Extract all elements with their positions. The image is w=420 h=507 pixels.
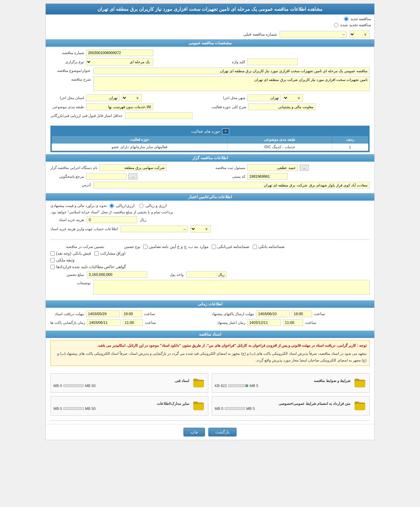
separator-1 (50, 239, 370, 240)
file-name: سایر مدارک/اطلاعات (53, 402, 189, 406)
doc-send-time-row: ساعت مهلت ارسال پاکتهای پیشنهاد (212, 310, 325, 317)
responsible-input[interactable] (247, 164, 298, 171)
guarantee-certificate[interactable]: گواهی خالص مطالبات تایید شده فراردادها (50, 264, 126, 269)
notes-textarea[interactable] (93, 280, 370, 295)
reference-input[interactable] (86, 173, 126, 180)
type-select[interactable]: یک مرحله ای (86, 58, 153, 66)
prev-tender-input[interactable] (280, 31, 347, 38)
activity-table-header: + حوزه های فعالیت (52, 127, 368, 136)
doc-receipt-date-input[interactable] (86, 310, 120, 317)
address-label: آدرس (50, 182, 91, 187)
new-tender-radio[interactable] (344, 17, 348, 21)
account-dropdown[interactable]: v (191, 225, 211, 233)
opening-col: ساعت زمان بازگشایی باکت ها (50, 319, 208, 326)
activity-table: ردیف طبقه بندی موضوعی حوزه فعالیت 1 خدما… (52, 136, 368, 151)
doc-send-time-input[interactable] (292, 310, 312, 317)
guarantee-certificate-check[interactable] (50, 265, 55, 269)
notice-box: توجه : کاربر گرامی، دریافت اسناد در مهلت… (50, 340, 370, 366)
guarantee-other[interactable]: موارد بند ب، ج و خ آیین نامه تضامین (143, 244, 208, 249)
description-label: شرح مناقصه (50, 76, 91, 82)
min-score-label: حداقل امتیاز قابل قبول فنی ارزیابی فنی/ب… (50, 114, 123, 118)
activity-desc-col: شرح کلی حوزه فعالیت (212, 103, 370, 110)
validity-col: ساعت زمان اعتبار پیشنهاد (212, 319, 370, 326)
activity-desc-input[interactable] (248, 103, 316, 110)
renewed-tender-radio[interactable] (334, 23, 338, 27)
guarantee-participation-label: تضمین شرکت در مناقصه: (50, 245, 104, 249)
opening-date-input[interactable] (87, 319, 121, 326)
file-item: اسناد فنی 50 MB 0 MB (50, 373, 208, 393)
back-button[interactable]: بازگشت (208, 428, 237, 436)
doc-send-date-input[interactable] (256, 310, 290, 317)
estimate-rial-radio[interactable] (110, 204, 114, 208)
city-input[interactable] (247, 94, 281, 101)
type-keyword-row: کلید واژه یک مرحله ای نوع برگزاری (50, 58, 370, 66)
notice-red: توجه : کاربر گرامی، دریافت اسناد در مهلت… (53, 342, 367, 349)
guarantee-checkboxes3: وثیقه ملکی (50, 258, 75, 262)
keyword-input[interactable] (247, 58, 298, 65)
title-input[interactable] (93, 68, 370, 74)
address-input[interactable] (93, 182, 370, 188)
guarantee-nonbank-check[interactable] (212, 245, 216, 249)
opening-time-input[interactable] (123, 319, 143, 326)
guarantee-bank[interactable]: ضمانتنامه بانکی (253, 244, 285, 249)
postal-input[interactable] (247, 173, 288, 180)
postal-label: کد پستی (212, 174, 245, 179)
time-header: اطلاعات زمانی (46, 300, 374, 308)
guarantee-type-row: ضمانتنامه بانکی ضمانتنامه غیربانکی موارد… (50, 244, 370, 249)
file-info: اسناد فنی 50 MB 0 MB (53, 379, 189, 388)
reference-dots-button[interactable]: ... (128, 173, 137, 179)
purchase-cost-input[interactable] (87, 216, 137, 223)
print-button[interactable]: چاپ (183, 428, 205, 436)
city-dropdown[interactable]: v (283, 94, 303, 101)
progress-bar-fill (246, 385, 248, 387)
guarantee-property-check[interactable] (50, 258, 55, 262)
province-label: استان محل اجرا (50, 96, 84, 100)
file-name: متن قرارداد به انضمام شرایط عمومی/خصوصی (215, 402, 350, 406)
prev-tender-row: v شماره مناقصه قبلی (46, 29, 374, 39)
guarantee-cash-check[interactable] (50, 251, 55, 256)
city-label: شهر محل اجرا (212, 96, 245, 100)
validity-time-row: ساعت زمان اعتبار پیشنهاد (212, 319, 316, 326)
estimate-foreign-option[interactable]: ارزی و ریالی (139, 203, 167, 208)
validity-time-input[interactable] (283, 319, 303, 326)
amount-input[interactable] (87, 271, 147, 278)
responsible-dots-button[interactable]: ... (300, 165, 309, 171)
renewed-tender-label: مناقصه تجدید شده (340, 23, 371, 27)
guarantee-other-check[interactable] (143, 245, 148, 249)
guarantee-partnership[interactable]: اوراق مشارکت (94, 251, 125, 256)
org-name-input[interactable] (99, 164, 167, 171)
financial-section: ارزی و ریالی ارزی/ریالی نحوه ی برآورد ما… (46, 201, 374, 237)
doc-receipt-time-label: ساعت (144, 311, 155, 316)
guarantee-nonbank[interactable]: ضمانتنامه غیربانکی (212, 244, 249, 249)
estimate-foreign-radio[interactable] (139, 204, 143, 208)
guarantee-cash[interactable]: فیش بانکی (وجه نقد) (50, 251, 91, 256)
file-name: شرایط و ضوابط مناقصه (215, 379, 350, 383)
province-col: v استان محل اجرا (50, 94, 208, 101)
description-textarea[interactable]: تامین تجهیزات سخت افزاری مورد نیاز کاربر… (93, 76, 370, 91)
guarantee-partnership-check[interactable] (94, 251, 99, 256)
notes-label: توضیحات (50, 280, 91, 285)
validity-date-input[interactable] (247, 319, 281, 326)
renewed-tender-option[interactable]: مناقصه تجدید شده (49, 23, 371, 27)
file-grid: شرایط و ضوابط مناقصه 5 MB 622 KB اسناد ف… (50, 373, 370, 416)
validity-time-label: ساعت (305, 320, 316, 325)
guarantee-bank-check[interactable] (253, 245, 257, 249)
validity-label: زمان اعتبار پیشنهاد (212, 321, 245, 325)
new-tender-option[interactable]: مناقصه جدید (49, 16, 371, 21)
category-input[interactable] (86, 103, 153, 110)
province-dropdown[interactable]: v (122, 94, 142, 101)
file-size-bar: 50 MB 0 MB (53, 407, 189, 411)
guarantee-property[interactable]: وثیقه ملکی (50, 258, 75, 262)
tender-number-input[interactable] (86, 49, 153, 56)
col-row-num: ردیف (332, 136, 368, 143)
account-input[interactable] (121, 225, 188, 232)
add-activity-button[interactable]: + (222, 128, 229, 134)
doc-receipt-time-input[interactable] (122, 310, 142, 317)
notice-body: متعهد می شود در اسناد مناقصه، صرفاً پذیر… (53, 350, 367, 364)
min-score-input[interactable] (125, 112, 193, 119)
prev-tender-dropdown[interactable]: v (349, 31, 370, 38)
province-input[interactable] (86, 94, 120, 101)
amount-unit-input[interactable] (186, 271, 226, 278)
file-item: متن قرارداد به انضمام شرایط عمومی/خصوصی … (212, 396, 370, 416)
estimate-rial-option[interactable]: ارزی/ریالی (110, 203, 134, 208)
